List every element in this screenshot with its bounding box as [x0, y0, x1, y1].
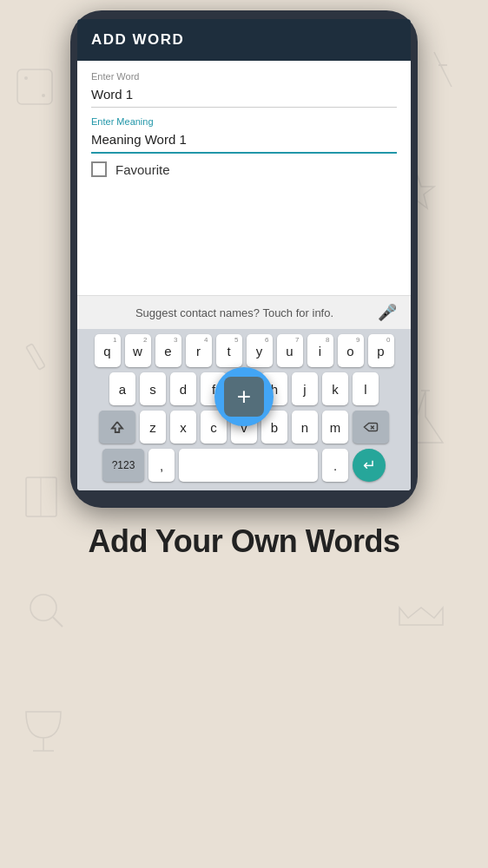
key-r[interactable]: 4r	[186, 334, 212, 367]
key-d[interactable]: d	[170, 372, 196, 405]
add-word-fab[interactable]: +	[214, 367, 274, 426]
app-title: ADD WORD	[91, 31, 184, 48]
favourite-row: Favourite	[91, 161, 397, 177]
bottom-label: Add Your Own Words	[89, 523, 400, 560]
phone-frame: ADD WORD Enter Word Enter Meaning Favour…	[70, 10, 418, 508]
word-input[interactable]	[91, 83, 397, 108]
key-o[interactable]: 9o	[338, 334, 364, 367]
backspace-key[interactable]	[353, 411, 389, 444]
fab-inner: +	[224, 377, 264, 417]
fab-container: +	[214, 367, 274, 426]
keyboard-suggestion-bar[interactable]: Suggest contact names? Touch for info. 🎤	[77, 295, 411, 329]
svg-point-2	[42, 94, 45, 97]
key-t[interactable]: 5t	[216, 334, 242, 367]
fab-plus-icon: +	[237, 385, 251, 409]
key-u[interactable]: 7u	[277, 334, 303, 367]
svg-point-1	[24, 76, 28, 80]
space-key[interactable]	[179, 449, 318, 482]
form-spacer	[77, 191, 411, 295]
key-j[interactable]: j	[292, 372, 318, 405]
mic-icon[interactable]: 🎤	[378, 303, 397, 322]
form-area: Enter Word Enter Meaning Favourite	[77, 61, 411, 191]
key-y[interactable]: 6y	[247, 334, 273, 367]
favourite-checkbox[interactable]	[91, 161, 107, 177]
key-q[interactable]: 1q	[95, 334, 121, 367]
key-n[interactable]: n	[292, 411, 318, 444]
svg-rect-5	[26, 344, 45, 370]
key-k[interactable]: k	[322, 372, 348, 405]
key-p[interactable]: 0p	[368, 334, 394, 367]
meaning-label: Enter Meaning	[91, 116, 397, 127]
svg-point-10	[30, 595, 56, 621]
key-s[interactable]: s	[140, 372, 166, 405]
key-z[interactable]: z	[140, 411, 166, 444]
suggestion-text: Suggest contact names? Touch for info.	[91, 306, 378, 319]
key-l[interactable]: l	[353, 372, 379, 405]
key-m[interactable]: m	[322, 411, 348, 444]
keyboard-row-4: ?123 , . ↵	[79, 449, 409, 482]
key-e[interactable]: 3e	[155, 334, 181, 367]
keyboard-row-1: 1q 2w 3e 4r 5t 6y 7u 8i 9o 0p	[79, 334, 409, 367]
app-header: ADD WORD	[77, 19, 411, 61]
key-a[interactable]: a	[109, 372, 135, 405]
key-i[interactable]: 8i	[307, 334, 333, 367]
favourite-label: Favourite	[115, 162, 170, 177]
svg-line-3	[434, 52, 452, 87]
symbols-key[interactable]: ?123	[102, 449, 144, 482]
word-label: Enter Word	[91, 71, 397, 82]
shift-key[interactable]	[99, 411, 135, 444]
svg-rect-0	[17, 69, 52, 104]
enter-key[interactable]: ↵	[353, 449, 386, 482]
key-x[interactable]: x	[170, 411, 196, 444]
comma-key[interactable]: ,	[148, 449, 175, 482]
meaning-input[interactable]	[91, 128, 397, 154]
key-w[interactable]: 2w	[125, 334, 151, 367]
svg-line-11	[53, 617, 63, 627]
period-key[interactable]: .	[322, 449, 348, 482]
